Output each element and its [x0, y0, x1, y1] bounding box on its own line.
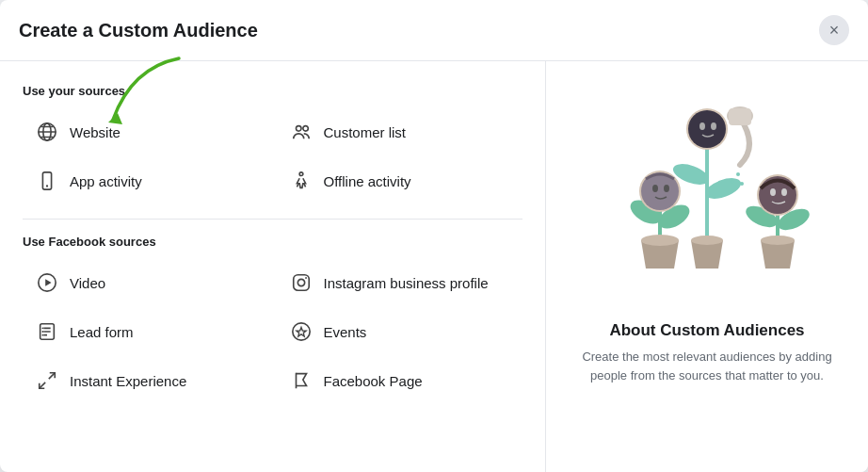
svg-marker-22: [296, 327, 305, 336]
instant-experience-label: Instant Experience: [70, 373, 186, 389]
close-icon: ×: [829, 21, 840, 41]
svg-point-5: [302, 126, 308, 132]
instagram-label: Instagram business profile: [324, 275, 489, 291]
svg-point-56: [770, 188, 776, 196]
svg-point-39: [691, 236, 723, 245]
svg-point-8: [299, 172, 303, 176]
section-divider: [23, 219, 522, 220]
lead-icon: [34, 318, 60, 345]
your-sources-grid: Website Customer list: [23, 109, 522, 203]
close-button[interactable]: ×: [819, 15, 849, 45]
option-website[interactable]: Website: [23, 109, 269, 155]
svg-point-4: [296, 126, 301, 132]
instagram-icon: [288, 269, 314, 296]
option-offline-activity[interactable]: Offline activity: [277, 158, 523, 203]
svg-point-53: [761, 236, 795, 245]
right-panel: About Custom Audiences Create the most r…: [546, 61, 868, 472]
option-lead-form[interactable]: Lead form: [23, 309, 269, 354]
svg-point-43: [731, 180, 734, 184]
svg-point-30: [641, 235, 679, 246]
svg-line-24: [40, 382, 45, 388]
facebook-sources-grid: Video Instagram business profile: [23, 260, 522, 403]
svg-point-47: [699, 122, 705, 130]
svg-line-23: [49, 373, 55, 379]
svg-point-33: [652, 185, 658, 192]
illustration: [585, 80, 829, 306]
play-circle-icon: [34, 269, 60, 296]
globe-icon: [34, 119, 60, 145]
svg-point-19: [42, 331, 44, 333]
modal-body: Use your sources Website: [0, 61, 868, 472]
facebook-page-label: Facebook Page: [324, 373, 423, 389]
modal-title: Create a Custom Audience: [19, 20, 258, 41]
customer-list-label: Customer list: [324, 124, 407, 140]
option-instant-experience[interactable]: Instant Experience: [23, 358, 269, 403]
option-events[interactable]: Events: [277, 309, 523, 354]
svg-point-48: [711, 122, 716, 130]
left-panel: Use your sources Website: [0, 61, 546, 472]
svg-point-44: [740, 182, 744, 186]
about-desc: Create the most relevant audiences by ad…: [569, 348, 845, 384]
your-sources-section-label: Use your sources: [23, 84, 522, 98]
app-activity-label: App activity: [70, 173, 142, 189]
person-walk-icon: [288, 168, 314, 194]
about-title: About Custom Audiences: [609, 321, 804, 340]
website-label: Website: [70, 124, 121, 140]
option-customer-list[interactable]: Customer list: [277, 109, 523, 155]
option-facebook-page[interactable]: Facebook Page: [277, 358, 523, 403]
facebook-sources-section-label: Use Facebook sources: [23, 235, 522, 249]
star-circle-icon: [288, 318, 314, 345]
create-custom-audience-modal: Create a Custom Audience × Use your sour…: [0, 0, 868, 472]
option-video[interactable]: Video: [23, 260, 269, 305]
svg-rect-41: [729, 108, 751, 125]
svg-point-34: [664, 185, 669, 192]
option-instagram-business-profile[interactable]: Instagram business profile: [277, 260, 523, 305]
svg-point-42: [736, 172, 740, 176]
people-icon: [288, 119, 314, 145]
lead-form-label: Lead form: [70, 324, 134, 340]
svg-point-18: [42, 327, 44, 329]
events-label: Events: [324, 324, 367, 340]
svg-point-46: [688, 110, 726, 148]
mobile-icon: [34, 168, 60, 194]
svg-point-12: [297, 279, 304, 285]
offline-activity-label: Offline activity: [324, 173, 411, 189]
svg-rect-11: [293, 275, 309, 291]
video-label: Video: [70, 275, 105, 291]
svg-point-13: [305, 277, 307, 279]
option-app-activity[interactable]: App activity: [23, 158, 269, 203]
resize-icon: [34, 367, 60, 394]
svg-marker-10: [45, 279, 51, 285]
flag-icon: [288, 367, 314, 394]
svg-point-20: [42, 334, 44, 336]
svg-point-57: [781, 188, 787, 196]
modal-header: Create a Custom Audience ×: [0, 0, 868, 61]
